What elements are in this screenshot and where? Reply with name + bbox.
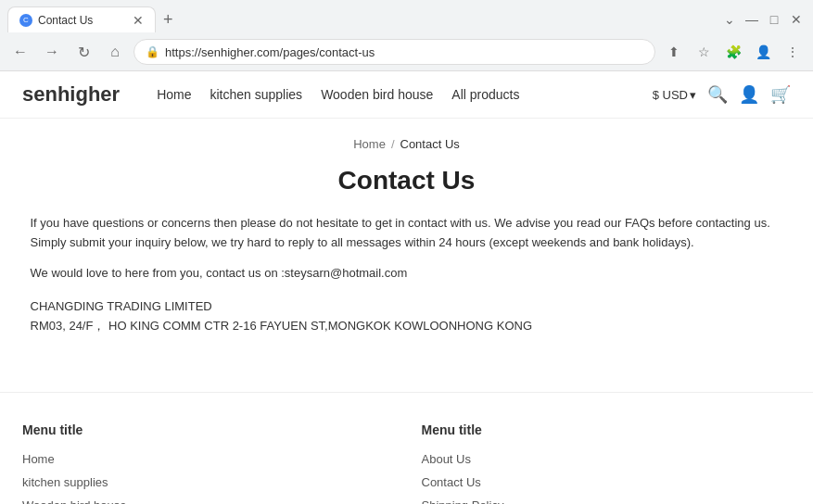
- footer-col-2: Menu title About Us Contact Us Shipping …: [422, 422, 792, 504]
- nav-links: Home kitchen supplies Wooden bird house …: [157, 87, 630, 102]
- new-tab-button[interactable]: +: [159, 6, 177, 33]
- footer-link-home[interactable]: Home: [22, 452, 392, 466]
- breadcrumb: Home / Contact Us: [31, 137, 783, 151]
- footer-grid: Menu title Home kitchen supplies Wooden …: [22, 422, 791, 504]
- footer-link-contact[interactable]: Contact Us: [422, 475, 792, 489]
- site-logo: senhigher: [22, 82, 120, 107]
- search-button[interactable]: 🔍: [707, 84, 728, 105]
- breadcrumb-current: Contact Us: [400, 137, 460, 151]
- maximize-button[interactable]: □: [765, 10, 783, 29]
- back-button[interactable]: ←: [7, 39, 33, 65]
- nav-kitchen[interactable]: kitchen supplies: [210, 87, 303, 102]
- close-button[interactable]: ✕: [787, 10, 806, 29]
- address-bar-row: ← → ↻ ⌂ 🔒 https://senhigher.com/pages/co…: [0, 33, 813, 70]
- footer-col-1-title: Menu title: [22, 422, 392, 437]
- footer: Menu title Home kitchen supplies Wooden …: [0, 392, 813, 504]
- footer-col-2-title: Menu title: [422, 422, 792, 437]
- account-button[interactable]: 👤: [739, 84, 759, 105]
- contact-body-text-2: We would love to here from you, contact …: [31, 264, 783, 284]
- nav-home[interactable]: Home: [157, 87, 191, 102]
- footer-link-kitchen[interactable]: kitchen supplies: [22, 475, 392, 489]
- forward-button[interactable]: →: [39, 39, 65, 65]
- nav-products[interactable]: All products: [451, 87, 519, 102]
- company-info: CHANGDING TRADING LIMITED RM03, 24/F， HO…: [31, 297, 783, 336]
- cart-button[interactable]: 🛒: [770, 84, 791, 105]
- company-address: RM03, 24/F， HO KING COMM CTR 2-16 FAYUEN…: [31, 317, 783, 336]
- tab-favicon: C: [19, 14, 32, 27]
- breadcrumb-home[interactable]: Home: [353, 137, 386, 151]
- currency-arrow-icon: ▾: [690, 88, 696, 102]
- lock-icon: 🔒: [146, 45, 159, 58]
- share-icon[interactable]: ⬆: [661, 39, 687, 65]
- website-content: senhigher Home kitchen supplies Wooden b…: [0, 71, 813, 504]
- nav-right: $ USD ▾ 🔍 👤 🛒: [653, 84, 791, 105]
- nav-wooden[interactable]: Wooden bird house: [321, 87, 433, 102]
- chevron-down-icon: ⌄: [720, 10, 739, 29]
- footer-link-about[interactable]: About Us: [422, 452, 792, 466]
- address-text: https://senhigher.com/pages/contact-us: [165, 45, 643, 59]
- page-content: Home / Contact Us Contact Us If you have…: [8, 119, 806, 355]
- tab-bar: C Contact Us ✕ + ⌄ — □ ✕: [0, 0, 813, 33]
- bookmark-icon[interactable]: ☆: [691, 39, 717, 65]
- address-bar[interactable]: 🔒 https://senhigher.com/pages/contact-us: [133, 39, 655, 65]
- profile-icon[interactable]: 👤: [750, 39, 776, 65]
- browser-chrome: C Contact Us ✕ + ⌄ — □ ✕ ← → ↻ ⌂ 🔒 https…: [0, 0, 813, 71]
- company-name: CHANGDING TRADING LIMITED: [31, 297, 783, 317]
- currency-label: $ USD: [653, 88, 688, 102]
- footer-link-shipping[interactable]: Shipping Policy: [422, 498, 792, 504]
- active-tab[interactable]: C Contact Us ✕: [7, 6, 156, 32]
- toolbar-icons: ⬆ ☆ 🧩 👤 ⋮: [661, 39, 806, 65]
- breadcrumb-separator: /: [391, 137, 395, 151]
- menu-icon[interactable]: ⋮: [780, 39, 806, 65]
- currency-selector[interactable]: $ USD ▾: [653, 88, 696, 102]
- footer-link-wooden[interactable]: Wooden bird house: [22, 498, 392, 504]
- tab-close-button[interactable]: ✕: [133, 13, 144, 28]
- page-title: Contact Us: [31, 166, 783, 195]
- minimize-button[interactable]: —: [743, 10, 761, 29]
- footer-col-1: Menu title Home kitchen supplies Wooden …: [22, 422, 392, 504]
- site-nav: senhigher Home kitchen supplies Wooden b…: [0, 71, 813, 119]
- window-controls: ⌄ — □ ✕: [720, 10, 806, 29]
- tab-title: Contact Us: [38, 14, 127, 27]
- reload-button[interactable]: ↻: [70, 39, 96, 65]
- home-button[interactable]: ⌂: [102, 39, 128, 65]
- contact-body-text-1: If you have questions or concerns then p…: [31, 214, 783, 253]
- extensions-icon[interactable]: 🧩: [720, 39, 746, 65]
